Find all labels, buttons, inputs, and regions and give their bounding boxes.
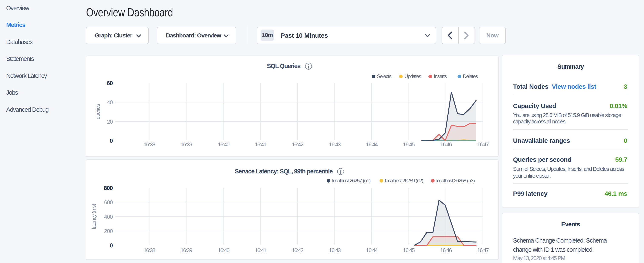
svg-text:16:46: 16:46 [440, 141, 452, 148]
svg-text:16:44: 16:44 [366, 247, 378, 253]
svg-text:200: 200 [104, 228, 113, 234]
svg-text:600: 600 [104, 199, 113, 205]
svg-text:0: 0 [110, 138, 113, 144]
svg-text:16:47: 16:47 [477, 141, 489, 148]
svg-text:16:43: 16:43 [329, 141, 340, 148]
svg-text:16:45: 16:45 [403, 141, 414, 148]
svg-text:16:44: 16:44 [366, 141, 378, 148]
svg-text:latency (ms): latency (ms) [91, 204, 97, 229]
svg-text:40: 40 [107, 99, 113, 106]
svg-text:16:42: 16:42 [292, 247, 304, 253]
svg-text:800: 800 [104, 185, 113, 191]
svg-text:400: 400 [104, 214, 113, 220]
svg-text:60: 60 [107, 80, 113, 86]
svg-text:16:39: 16:39 [180, 247, 192, 253]
svg-text:16:42: 16:42 [292, 141, 304, 148]
svg-text:16:46: 16:46 [440, 247, 452, 253]
svg-text:16:38: 16:38 [144, 247, 155, 253]
svg-text:16:43: 16:43 [329, 247, 340, 253]
svg-text:16:39: 16:39 [180, 141, 192, 148]
svg-text:queries: queries [95, 104, 101, 119]
svg-text:16:41: 16:41 [255, 247, 266, 253]
svg-text:0: 0 [110, 242, 113, 249]
svg-text:16:40: 16:40 [218, 247, 230, 253]
svg-text:16:40: 16:40 [218, 141, 230, 148]
svg-text:16:41: 16:41 [255, 141, 266, 148]
svg-text:16:45: 16:45 [403, 247, 414, 253]
svg-text:16:47: 16:47 [477, 247, 489, 253]
svg-text:16:38: 16:38 [144, 141, 155, 148]
svg-text:20: 20 [107, 119, 113, 125]
